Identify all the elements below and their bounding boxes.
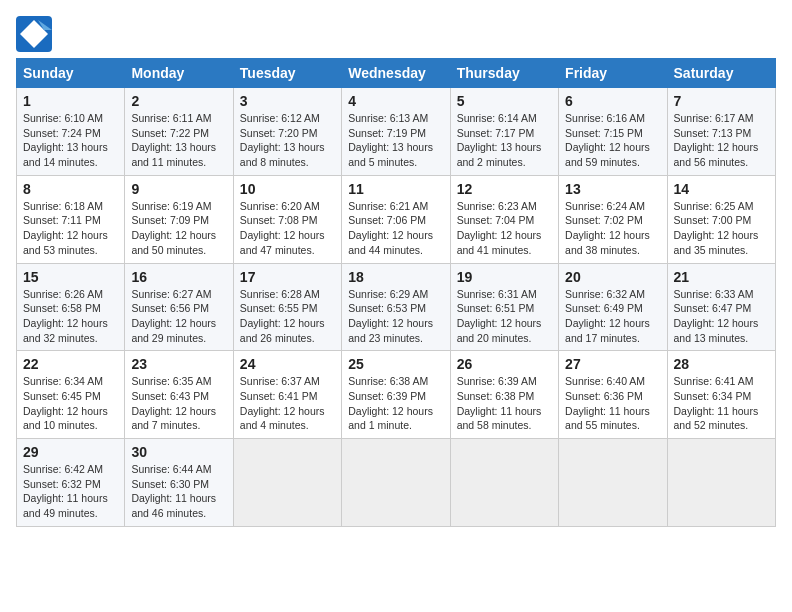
- day-number: 25: [348, 356, 443, 372]
- calendar-cell: 2Sunrise: 6:11 AMSunset: 7:22 PMDaylight…: [125, 88, 233, 176]
- calendar-cell: 6Sunrise: 6:16 AMSunset: 7:15 PMDaylight…: [559, 88, 667, 176]
- weekday-header-sunday: Sunday: [17, 59, 125, 88]
- day-number: 11: [348, 181, 443, 197]
- cell-info: Sunrise: 6:24 AMSunset: 7:02 PMDaylight:…: [565, 199, 660, 258]
- day-number: 9: [131, 181, 226, 197]
- calendar-cell: 28Sunrise: 6:41 AMSunset: 6:34 PMDayligh…: [667, 351, 775, 439]
- weekday-header-tuesday: Tuesday: [233, 59, 341, 88]
- weekday-header-monday: Monday: [125, 59, 233, 88]
- day-number: 30: [131, 444, 226, 460]
- cell-info: Sunrise: 6:21 AMSunset: 7:06 PMDaylight:…: [348, 199, 443, 258]
- cell-info: Sunrise: 6:14 AMSunset: 7:17 PMDaylight:…: [457, 111, 552, 170]
- calendar-cell: 27Sunrise: 6:40 AMSunset: 6:36 PMDayligh…: [559, 351, 667, 439]
- cell-info: Sunrise: 6:20 AMSunset: 7:08 PMDaylight:…: [240, 199, 335, 258]
- logo-icon: [16, 16, 52, 52]
- weekday-header-wednesday: Wednesday: [342, 59, 450, 88]
- cell-info: Sunrise: 6:42 AMSunset: 6:32 PMDaylight:…: [23, 462, 118, 521]
- calendar-cell: 18Sunrise: 6:29 AMSunset: 6:53 PMDayligh…: [342, 263, 450, 351]
- day-number: 1: [23, 93, 118, 109]
- calendar-cell: 9Sunrise: 6:19 AMSunset: 7:09 PMDaylight…: [125, 175, 233, 263]
- day-number: 21: [674, 269, 769, 285]
- cell-info: Sunrise: 6:23 AMSunset: 7:04 PMDaylight:…: [457, 199, 552, 258]
- day-number: 26: [457, 356, 552, 372]
- calendar-cell: 22Sunrise: 6:34 AMSunset: 6:45 PMDayligh…: [17, 351, 125, 439]
- cell-info: Sunrise: 6:39 AMSunset: 6:38 PMDaylight:…: [457, 374, 552, 433]
- cell-info: Sunrise: 6:29 AMSunset: 6:53 PMDaylight:…: [348, 287, 443, 346]
- weekday-header-saturday: Saturday: [667, 59, 775, 88]
- day-number: 29: [23, 444, 118, 460]
- calendar-table: SundayMondayTuesdayWednesdayThursdayFrid…: [16, 58, 776, 527]
- calendar-cell: 29Sunrise: 6:42 AMSunset: 6:32 PMDayligh…: [17, 439, 125, 527]
- day-number: 13: [565, 181, 660, 197]
- cell-info: Sunrise: 6:32 AMSunset: 6:49 PMDaylight:…: [565, 287, 660, 346]
- cell-info: Sunrise: 6:28 AMSunset: 6:55 PMDaylight:…: [240, 287, 335, 346]
- calendar-cell: 20Sunrise: 6:32 AMSunset: 6:49 PMDayligh…: [559, 263, 667, 351]
- calendar-cell: 15Sunrise: 6:26 AMSunset: 6:58 PMDayligh…: [17, 263, 125, 351]
- cell-info: Sunrise: 6:12 AMSunset: 7:20 PMDaylight:…: [240, 111, 335, 170]
- day-number: 7: [674, 93, 769, 109]
- day-number: 24: [240, 356, 335, 372]
- day-number: 23: [131, 356, 226, 372]
- calendar-cell: 17Sunrise: 6:28 AMSunset: 6:55 PMDayligh…: [233, 263, 341, 351]
- day-number: 5: [457, 93, 552, 109]
- calendar-cell: 3Sunrise: 6:12 AMSunset: 7:20 PMDaylight…: [233, 88, 341, 176]
- calendar-cell: [342, 439, 450, 527]
- cell-info: Sunrise: 6:35 AMSunset: 6:43 PMDaylight:…: [131, 374, 226, 433]
- cell-info: Sunrise: 6:25 AMSunset: 7:00 PMDaylight:…: [674, 199, 769, 258]
- calendar-cell: 23Sunrise: 6:35 AMSunset: 6:43 PMDayligh…: [125, 351, 233, 439]
- day-number: 19: [457, 269, 552, 285]
- day-number: 20: [565, 269, 660, 285]
- day-number: 4: [348, 93, 443, 109]
- cell-info: Sunrise: 6:19 AMSunset: 7:09 PMDaylight:…: [131, 199, 226, 258]
- calendar-cell: 26Sunrise: 6:39 AMSunset: 6:38 PMDayligh…: [450, 351, 558, 439]
- weekday-header-thursday: Thursday: [450, 59, 558, 88]
- cell-info: Sunrise: 6:44 AMSunset: 6:30 PMDaylight:…: [131, 462, 226, 521]
- day-number: 14: [674, 181, 769, 197]
- calendar-cell: 13Sunrise: 6:24 AMSunset: 7:02 PMDayligh…: [559, 175, 667, 263]
- day-number: 10: [240, 181, 335, 197]
- weekday-header-friday: Friday: [559, 59, 667, 88]
- cell-info: Sunrise: 6:33 AMSunset: 6:47 PMDaylight:…: [674, 287, 769, 346]
- calendar-cell: 16Sunrise: 6:27 AMSunset: 6:56 PMDayligh…: [125, 263, 233, 351]
- day-number: 12: [457, 181, 552, 197]
- day-number: 27: [565, 356, 660, 372]
- calendar-cell: 10Sunrise: 6:20 AMSunset: 7:08 PMDayligh…: [233, 175, 341, 263]
- cell-info: Sunrise: 6:41 AMSunset: 6:34 PMDaylight:…: [674, 374, 769, 433]
- cell-info: Sunrise: 6:18 AMSunset: 7:11 PMDaylight:…: [23, 199, 118, 258]
- calendar-cell: [559, 439, 667, 527]
- day-number: 28: [674, 356, 769, 372]
- page-header: [16, 16, 776, 52]
- day-number: 16: [131, 269, 226, 285]
- cell-info: Sunrise: 6:27 AMSunset: 6:56 PMDaylight:…: [131, 287, 226, 346]
- calendar-cell: 25Sunrise: 6:38 AMSunset: 6:39 PMDayligh…: [342, 351, 450, 439]
- calendar-cell: 21Sunrise: 6:33 AMSunset: 6:47 PMDayligh…: [667, 263, 775, 351]
- calendar-cell: 4Sunrise: 6:13 AMSunset: 7:19 PMDaylight…: [342, 88, 450, 176]
- day-number: 17: [240, 269, 335, 285]
- day-number: 2: [131, 93, 226, 109]
- calendar-cell: 14Sunrise: 6:25 AMSunset: 7:00 PMDayligh…: [667, 175, 775, 263]
- day-number: 6: [565, 93, 660, 109]
- cell-info: Sunrise: 6:17 AMSunset: 7:13 PMDaylight:…: [674, 111, 769, 170]
- day-number: 22: [23, 356, 118, 372]
- day-number: 15: [23, 269, 118, 285]
- calendar-cell: 5Sunrise: 6:14 AMSunset: 7:17 PMDaylight…: [450, 88, 558, 176]
- cell-info: Sunrise: 6:38 AMSunset: 6:39 PMDaylight:…: [348, 374, 443, 433]
- cell-info: Sunrise: 6:10 AMSunset: 7:24 PMDaylight:…: [23, 111, 118, 170]
- calendar-cell: [450, 439, 558, 527]
- day-number: 3: [240, 93, 335, 109]
- cell-info: Sunrise: 6:40 AMSunset: 6:36 PMDaylight:…: [565, 374, 660, 433]
- cell-info: Sunrise: 6:16 AMSunset: 7:15 PMDaylight:…: [565, 111, 660, 170]
- calendar-cell: 7Sunrise: 6:17 AMSunset: 7:13 PMDaylight…: [667, 88, 775, 176]
- calendar-cell: 1Sunrise: 6:10 AMSunset: 7:24 PMDaylight…: [17, 88, 125, 176]
- cell-info: Sunrise: 6:34 AMSunset: 6:45 PMDaylight:…: [23, 374, 118, 433]
- calendar-cell: 30Sunrise: 6:44 AMSunset: 6:30 PMDayligh…: [125, 439, 233, 527]
- calendar-cell: [667, 439, 775, 527]
- calendar-cell: 19Sunrise: 6:31 AMSunset: 6:51 PMDayligh…: [450, 263, 558, 351]
- cell-info: Sunrise: 6:13 AMSunset: 7:19 PMDaylight:…: [348, 111, 443, 170]
- cell-info: Sunrise: 6:31 AMSunset: 6:51 PMDaylight:…: [457, 287, 552, 346]
- day-number: 18: [348, 269, 443, 285]
- calendar-cell: 24Sunrise: 6:37 AMSunset: 6:41 PMDayligh…: [233, 351, 341, 439]
- logo: [16, 16, 56, 52]
- calendar-cell: 11Sunrise: 6:21 AMSunset: 7:06 PMDayligh…: [342, 175, 450, 263]
- calendar-cell: 8Sunrise: 6:18 AMSunset: 7:11 PMDaylight…: [17, 175, 125, 263]
